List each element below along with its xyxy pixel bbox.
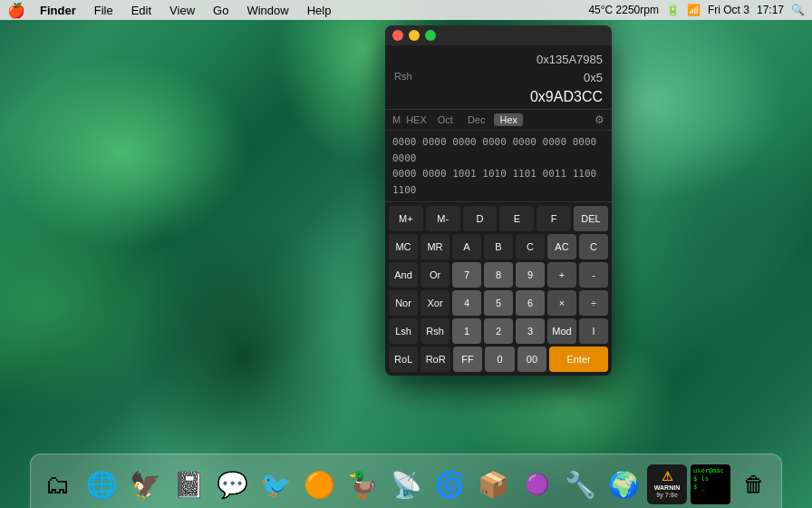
- desktop: 🍎 Finder File Edit View Go Window Help 4…: [0, 0, 812, 508]
- menubar-left: 🍎 Finder File Edit View Go Window Help: [7, 2, 334, 19]
- mode-hex-label: HEX: [406, 114, 427, 125]
- display-label: Rsh: [394, 71, 412, 82]
- button-row-5: Lsh Rsh 1 2 3 Mod I: [389, 318, 608, 344]
- btn-3[interactable]: 3: [516, 318, 545, 344]
- btn-1[interactable]: 1: [452, 318, 481, 344]
- btn-c2[interactable]: C: [579, 234, 608, 259]
- btn-ac[interactable]: AC: [547, 234, 576, 259]
- cpu-temp: 45°C 2250rpm: [588, 4, 659, 16]
- btn-d[interactable]: D: [463, 206, 498, 231]
- dock-dash[interactable]: 🟣: [517, 464, 556, 504]
- dock-wunderlust[interactable]: 🌀: [430, 464, 469, 504]
- dock-thunderbird[interactable]: 🦅: [125, 464, 165, 504]
- btn-lsh[interactable]: Lsh: [389, 318, 418, 344]
- btn-c[interactable]: C: [516, 234, 545, 259]
- dock-messages[interactable]: 💬: [212, 464, 252, 504]
- btn-2[interactable]: 2: [484, 318, 513, 344]
- btn-ff[interactable]: FF: [453, 347, 482, 372]
- mode-m-label: M: [392, 114, 401, 125]
- binary-display: 0000 0000 0000 0000 0000 0000 0000 0000 …: [385, 131, 612, 202]
- time-display: 17:17: [757, 4, 784, 16]
- gear-icon[interactable]: ⚙: [594, 113, 604, 126]
- btn-enter[interactable]: Enter: [549, 347, 608, 372]
- button-row-1: M+ M- D E F DEL: [389, 206, 608, 231]
- btn-rol[interactable]: RoL: [389, 347, 418, 372]
- menu-window[interactable]: Window: [243, 2, 292, 19]
- search-icon[interactable]: 🔍: [791, 4, 805, 16]
- btn-00[interactable]: 00: [517, 347, 546, 372]
- dock-web[interactable]: 🌍: [604, 464, 643, 504]
- btn-mod[interactable]: Mod: [547, 318, 576, 344]
- close-button[interactable]: [392, 30, 403, 41]
- btn-or[interactable]: Or: [420, 262, 450, 288]
- btn-f[interactable]: F: [536, 206, 571, 231]
- display-result: 0x9AD3CC: [394, 89, 603, 105]
- mode-tab-hex[interactable]: Hex: [494, 113, 523, 126]
- dock-app1[interactable]: 📦: [473, 464, 513, 504]
- dock-twitter[interactable]: 🐦: [256, 464, 295, 504]
- app-name[interactable]: Finder: [36, 2, 80, 19]
- button-row-3: And Or 7 8 9 + -: [389, 262, 608, 288]
- dock-chrome[interactable]: 🌐: [82, 464, 121, 504]
- button-row-4: Nor Xor 4 5 6 × ÷: [389, 290, 608, 316]
- calc-titlebar: [385, 25, 612, 45]
- mode-tab-dec[interactable]: Dec: [462, 113, 491, 126]
- button-row-6: RoL RoR FF 0 00 Enter: [389, 347, 608, 372]
- menubar: 🍎 Finder File Edit View Go Window Help 4…: [0, 0, 812, 20]
- dock-finder[interactable]: 🗂: [38, 464, 78, 504]
- dock-vlc[interactable]: 🟠: [299, 464, 339, 504]
- display-line2: Rsh 0x5: [394, 71, 603, 87]
- menu-go[interactable]: Go: [209, 2, 232, 19]
- btn-nor[interactable]: Nor: [389, 290, 418, 316]
- wifi-icon: 📶: [687, 4, 701, 16]
- menu-edit[interactable]: Edit: [128, 2, 155, 19]
- display-line1: 0x135A7985: [394, 53, 603, 69]
- dock-warning[interactable]: ⚠ WARNIN 9y 7:8e: [647, 464, 687, 504]
- btn-minus[interactable]: -: [579, 262, 608, 288]
- btn-8[interactable]: 8: [484, 262, 513, 288]
- dock-terminal[interactable]: user@mac $ ls $ _: [691, 464, 730, 504]
- dock-rss[interactable]: 📡: [386, 464, 426, 504]
- btn-mr[interactable]: MR: [420, 234, 450, 259]
- btn-7[interactable]: 7: [452, 262, 481, 288]
- dock-trash[interactable]: 🗑: [734, 464, 774, 504]
- btn-b[interactable]: B: [484, 234, 513, 259]
- menubar-right: 45°C 2250rpm 🔋 📶 Fri Oct 3 17:17 🔍: [588, 4, 805, 16]
- binary-row2: 0000 0000 1001 1010 1101 0011 1100 1100: [392, 166, 604, 198]
- minimize-button[interactable]: [409, 30, 420, 41]
- maximize-button[interactable]: [425, 30, 436, 41]
- btn-del[interactable]: DEL: [574, 206, 608, 231]
- btn-divide[interactable]: ÷: [579, 290, 608, 316]
- btn-m-plus[interactable]: M+: [389, 206, 423, 231]
- apple-menu[interactable]: 🍎: [7, 2, 25, 19]
- btn-plus[interactable]: +: [547, 262, 576, 288]
- btn-rsh[interactable]: Rsh: [420, 318, 450, 344]
- btn-multiply[interactable]: ×: [547, 290, 576, 316]
- btn-i[interactable]: I: [579, 318, 608, 344]
- menu-help[interactable]: Help: [304, 2, 335, 19]
- btn-9[interactable]: 9: [516, 262, 545, 288]
- btn-xor[interactable]: Xor: [420, 290, 450, 316]
- btn-m-minus[interactable]: M-: [426, 206, 460, 231]
- btn-5[interactable]: 5: [484, 290, 513, 316]
- dock-notes[interactable]: 📓: [169, 464, 208, 504]
- binary-row1: 0000 0000 0000 0000 0000 0000 0000 0000: [392, 134, 604, 166]
- button-row-2: MC MR A B C AC C: [389, 234, 608, 259]
- calculator-window: 0x135A7985 Rsh 0x5 0x9AD3CC M HEX Oct De…: [385, 25, 612, 376]
- calc-buttons: M+ M- D E F DEL MC MR A B C AC C And Or: [385, 202, 612, 376]
- battery-icon: 🔋: [666, 4, 680, 16]
- btn-4[interactable]: 4: [452, 290, 481, 316]
- menu-view[interactable]: View: [166, 2, 198, 19]
- btn-mc[interactable]: MC: [389, 234, 418, 259]
- dock: 🗂 🌐 🦅 📓 💬 🐦 🟠 🦆 📡 🌀 📦 🟣 🔧 🌍 ⚠ WARNIN 9y …: [30, 454, 782, 508]
- btn-6[interactable]: 6: [516, 290, 545, 316]
- btn-0[interactable]: 0: [485, 347, 514, 372]
- dock-tools[interactable]: 🔧: [560, 464, 600, 504]
- btn-e[interactable]: E: [499, 206, 534, 231]
- btn-ror[interactable]: RoR: [420, 347, 450, 372]
- mode-tab-oct[interactable]: Oct: [432, 113, 459, 126]
- btn-a[interactable]: A: [452, 234, 481, 259]
- dock-adium[interactable]: 🦆: [343, 464, 382, 504]
- menu-file[interactable]: File: [91, 2, 117, 19]
- btn-and[interactable]: And: [389, 262, 418, 288]
